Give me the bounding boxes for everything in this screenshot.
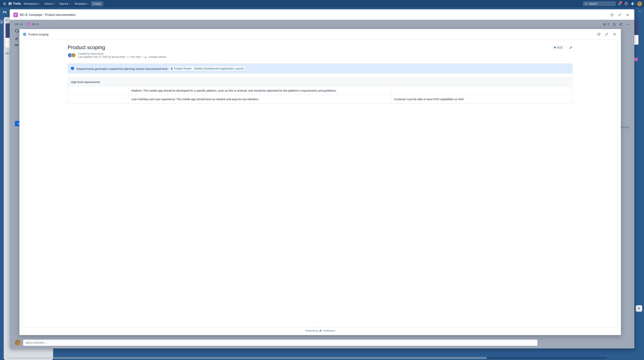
account-avatar[interactable] [636,1,642,7]
version-chip[interactable]: v1.0 [552,45,564,50]
nav-starred[interactable]: Starred▾ [58,1,72,6]
nav-recent[interactable]: Recent▾ [42,1,56,6]
nav-templates[interactable]: Templates▾ [72,1,90,6]
chevron-down-icon: ▾ [39,3,40,5]
svg-point-8 [638,308,639,308]
avatar-icon [71,53,76,58]
page-link-label: Project Poster - Mobile Development Appl… [174,66,244,71]
info-icon [71,66,74,71]
people-viewed[interactable]: 4 people viewed [148,55,166,58]
trello-logo[interactable]: Trello [8,2,21,5]
thumbs-up-icon [612,23,616,26]
attachment-icon[interactable] [15,37,18,40]
page-icon [23,32,26,36]
open-external-button[interactable] [609,12,615,18]
svg-line-17 [620,24,621,24]
svg-point-19 [626,24,627,25]
svg-point-21 [628,24,629,25]
share-icon [619,23,622,26]
page-title: Product scoping [68,44,552,50]
close-button[interactable] [624,12,630,18]
byline: Created by Alana Grant Last updated: Feb… [68,52,572,58]
external-link-icon [597,32,600,36]
collapse-icon [605,32,608,36]
confluence-document: Product scoping v1.0 Created by Alana Gr… [23,39,618,328]
svg-point-16 [621,25,622,26]
svg-rect-32 [72,68,73,69]
notifications-button[interactable]: 7 [616,1,622,7]
confluence-icon [319,330,322,332]
svg-point-15 [620,24,620,25]
confluence-breadcrumb[interactable]: Product scoping [28,33,594,36]
theme-button[interactable] [630,1,636,7]
comment-row [15,340,538,346]
more-button[interactable] [626,23,629,26]
jira-modal-header: MC-8: Campaign - Product documentation [10,9,634,20]
crumb-parent[interactable]: MC-44 [15,23,23,26]
svg-line-18 [620,24,621,25]
customize-button[interactable] [636,305,642,312]
help-icon [624,2,628,5]
powered-by-label: Powered by [305,329,318,332]
help-button[interactable] [623,1,629,7]
table-row: User interface and user experience: The … [68,95,572,103]
collapse-button[interactable] [617,12,623,18]
nav-workspaces[interactable]: Workspaces▾ [22,1,42,6]
svg-point-20 [627,24,628,25]
svg-point-14 [621,23,622,24]
crumb-self[interactable]: MC-8 [32,23,38,26]
svg-rect-28 [24,35,25,35]
trello-top-nav: Trello Workspaces▾ Recent▾ Starred▾ Temp… [0,0,644,7]
search-input[interactable] [589,2,614,5]
close-icon [626,13,629,16]
avatar-icon [637,1,642,6]
eye-icon [603,23,606,26]
info-text: Requirements generation copied from plan… [76,67,169,70]
last-updated: Last updated: Feb 27, 2023 by Ijeoma Eke… [78,55,125,58]
breadcrumb: MC-44 / MC-8 [15,23,629,26]
avatar-stack[interactable] [68,53,76,58]
notif-badge: 7 [620,1,622,4]
create-button[interactable]: Create [91,1,103,6]
horizontal-scrollbar[interactable] [8,357,607,359]
apps-switcher[interactable] [2,1,8,6]
page-link-chip[interactable]: Project Poster - Mobile Development Appl… [169,66,245,71]
svg-rect-35 [171,68,172,68]
version-label: v1.0 [557,46,562,49]
collapse-button[interactable] [604,31,610,37]
created-by: Created by Alana Grant [78,52,166,55]
close-button[interactable] [612,31,618,37]
read-time: 1 min read [129,55,140,58]
close-icon [613,32,616,36]
collapse-icon [618,13,622,16]
global-search[interactable] [583,1,616,6]
like-button[interactable] [612,23,616,26]
open-external-button[interactable] [596,31,602,37]
comment-input[interactable] [23,340,538,346]
sliders-icon [638,307,640,310]
watch-count: 3 [607,23,609,26]
analytics-icon [144,56,147,58]
jira-modal: MC-8: Campaign - Product documentation M… [10,9,634,349]
avatar-icon [15,340,21,346]
confluence-footer: Powered by Confluence [20,328,621,335]
confluence-modal-header: Product scoping [20,29,621,39]
board-more-icon[interactable]: ⋯ [638,9,642,13]
table-header: High level requirements [68,78,572,86]
board-title-partial: Pe [3,10,7,14]
watch-button[interactable]: 3 [603,23,609,26]
share-button[interactable] [619,23,622,26]
requirements-table: High level requirements Platform: The mo… [68,78,572,104]
svg-rect-27 [24,34,25,34]
edit-button[interactable] [566,46,572,49]
svg-line-1 [586,4,587,5]
more-icon [626,23,629,26]
svg-rect-26 [24,33,25,34]
epic-icon [14,13,18,17]
crumb-sep: / [24,23,25,26]
page-icon [170,67,173,70]
status-dot-icon [554,47,556,48]
chevron-down-icon: ▾ [88,3,88,5]
chevron-down-icon: ▾ [54,3,55,5]
confluence-label[interactable]: Confluence [323,329,335,332]
